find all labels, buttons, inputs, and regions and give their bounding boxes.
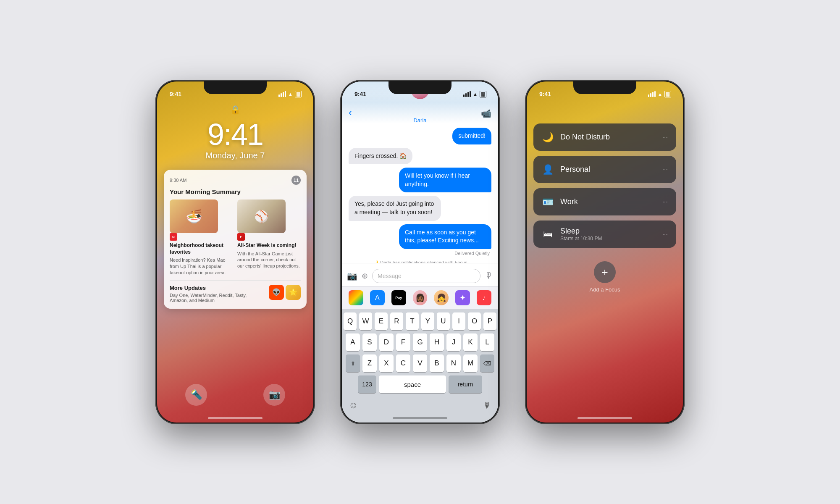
status-time: 9:41	[170, 91, 181, 97]
bubble-received-2: Yes, please do! Just going into a meetin…	[349, 196, 441, 220]
key-J[interactable]: J	[446, 333, 461, 351]
torch-button[interactable]: 🔦	[185, 384, 207, 406]
notification-card[interactable]: 9:30 AM 11 Your Morning Summary 🍜 N	[164, 170, 307, 309]
message-received-1: Fingers crossed. 🏠	[349, 148, 491, 165]
key-U[interactable]: U	[437, 312, 450, 330]
focus-item-work[interactable]: 🪪 Work ···	[533, 188, 676, 215]
key-S[interactable]: S	[362, 333, 377, 351]
key-I[interactable]: I	[452, 312, 465, 330]
mic-key[interactable]: 🎙	[483, 401, 491, 410]
article1-source: N	[170, 233, 177, 241]
applepay-icon[interactable]: Pay	[391, 290, 406, 305]
bar4	[654, 91, 656, 97]
key-E[interactable]: E	[375, 312, 388, 330]
focus-item-sleep[interactable]: 🛏 Sleep Starts at 10:30 PM ···	[533, 220, 676, 248]
key-C[interactable]: C	[396, 354, 410, 372]
key-A[interactable]: A	[346, 333, 360, 351]
sleep-info: Sleep Starts at 10:30 PM	[560, 227, 656, 242]
voice-input-icon[interactable]: 🎙	[485, 271, 493, 281]
focus-item-dnd[interactable]: 🌙 Do Not Disturb ···	[533, 123, 676, 151]
photos-app-icon[interactable]	[349, 290, 363, 305]
work-more-button[interactable]: ···	[662, 198, 668, 206]
message-sent-3: Call me as soon as you get this, please!…	[349, 224, 491, 249]
more-updates-icons: 👽 🌟	[269, 285, 301, 300]
battery-icon: ▓	[295, 91, 302, 97]
key-P[interactable]: P	[483, 312, 496, 330]
article1-body: Need inspiration? Kea Mao from Up Thai i…	[170, 257, 233, 276]
key-F[interactable]: F	[396, 333, 410, 351]
reddit-icon: 👽	[269, 285, 284, 300]
more-updates: More Updates Day One, WaterMinder, Reddi…	[170, 280, 301, 303]
key-O[interactable]: O	[468, 312, 481, 330]
bar3	[467, 92, 469, 97]
key-G[interactable]: G	[413, 333, 427, 351]
key-B[interactable]: B	[430, 354, 444, 372]
key-N[interactable]: N	[446, 354, 461, 372]
key-L[interactable]: L	[480, 333, 494, 351]
add-focus-section: + Add a Focus	[533, 261, 676, 293]
key-V[interactable]: V	[413, 354, 427, 372]
key-R[interactable]: R	[390, 312, 403, 330]
lock-icon: 🔒	[230, 105, 240, 115]
message-input-field[interactable]: Message	[372, 269, 480, 283]
home-indicator	[208, 417, 262, 419]
notif-title: Your Morning Summary	[170, 188, 301, 195]
back-button[interactable]: ‹	[349, 107, 352, 118]
key-K[interactable]: K	[463, 333, 478, 351]
genmoji-icon[interactable]: ✦	[455, 290, 470, 305]
camera-button[interactable]: 📷	[263, 384, 285, 406]
key-T[interactable]: T	[406, 312, 419, 330]
video-call-button[interactable]: 📹	[481, 108, 491, 118]
signal-bars3	[648, 91, 656, 97]
memoji2-icon[interactable]: 👧	[434, 290, 449, 305]
notif-badge: 11	[291, 176, 301, 185]
key-W[interactable]: W	[359, 312, 372, 330]
article1-headline: Neighborhood takeout favorites	[170, 242, 233, 255]
app-store-input-icon[interactable]: ⊕	[362, 271, 368, 281]
key-shift[interactable]: ⇧	[346, 354, 360, 372]
keyboard-row1: Q W E R T Y U I O P	[342, 309, 498, 330]
bar3	[652, 92, 654, 97]
notif-time: 9:30 AM	[170, 178, 186, 183]
keyboard-row2: A S D F G H J K L	[342, 330, 498, 351]
key-return[interactable]: return	[449, 375, 482, 393]
key-D[interactable]: D	[379, 333, 394, 351]
key-Q[interactable]: Q	[344, 312, 357, 330]
camera-input-icon[interactable]: 📷	[347, 271, 357, 281]
key-X[interactable]: X	[379, 354, 394, 372]
notch3	[573, 81, 636, 94]
bar2	[465, 93, 467, 97]
moon-icon: 🌙	[373, 260, 378, 263]
keyboard-bottom: ☺ 🎙	[342, 396, 498, 412]
focus-notice: 🌙 Darla has notifications silenced with …	[349, 260, 491, 263]
key-space[interactable]: space	[379, 375, 446, 393]
message-sent-1: submitted!	[349, 128, 491, 144]
key-delete[interactable]: ⌫	[480, 354, 494, 372]
add-focus-button[interactable]: +	[594, 261, 616, 283]
key-Z[interactable]: Z	[362, 354, 377, 372]
notif-header: 9:30 AM 11	[170, 176, 301, 185]
key-123[interactable]: 123	[358, 375, 376, 393]
appstore-app-icon[interactable]: A	[370, 290, 385, 305]
dnd-more-button[interactable]: ···	[662, 134, 668, 141]
music-app-icon[interactable]: ♪	[477, 290, 491, 305]
focus-item-personal[interactable]: 👤 Personal ···	[533, 156, 676, 183]
music-symbol: ♪	[482, 294, 486, 302]
sleep-focus-icon: 🛏	[542, 229, 554, 240]
key-H[interactable]: H	[430, 333, 444, 351]
person-focus-icon: 👤	[542, 164, 554, 175]
sleep-label: Sleep	[560, 227, 656, 236]
lock-date: Monday, June 7	[157, 151, 313, 160]
contact-name[interactable]: Darla	[413, 117, 426, 123]
emoji-key[interactable]: ☺	[349, 400, 358, 411]
sleep-more-button[interactable]: ···	[662, 231, 668, 238]
personal-label: Personal	[560, 165, 656, 174]
key-M[interactable]: M	[463, 354, 478, 372]
memoji1-icon[interactable]: 👩🏾	[413, 290, 428, 305]
personal-more-button[interactable]: ···	[662, 166, 668, 173]
key-Y[interactable]: Y	[421, 312, 434, 330]
add-focus-label: Add a Focus	[590, 286, 620, 293]
bar2	[281, 93, 282, 97]
status-time2: 9:41	[354, 91, 366, 97]
wifi-icon2: ▲	[473, 92, 478, 97]
